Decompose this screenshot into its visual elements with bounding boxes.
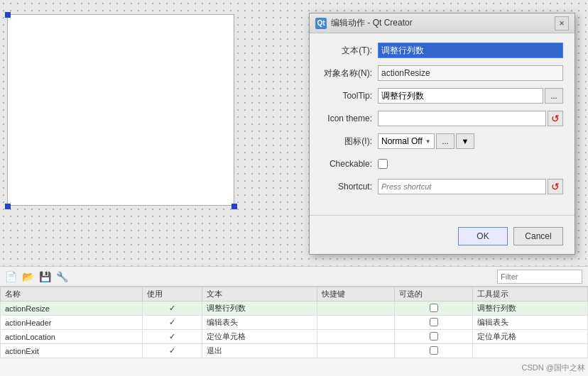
table-cell: ✓ <box>143 302 202 316</box>
checkable-label: Checkable: <box>321 159 378 169</box>
watermark: CSDN @国中之林 <box>522 363 585 373</box>
icon-theme-reset-btn[interactable]: ↺ <box>548 111 563 126</box>
col-header-name: 名称 <box>1 287 143 302</box>
handle-top-left <box>5 12 11 18</box>
table-cell <box>317 302 395 316</box>
col-header-tooltip: 工具提示 <box>472 287 587 302</box>
handle-bottom-left <box>5 204 11 209</box>
toolbar-new-btn[interactable]: 📄 <box>3 269 18 284</box>
table-cell: actionLocation <box>1 330 143 344</box>
toolbar-open-btn[interactable]: 📂 <box>20 269 36 284</box>
table-cell: ✓ <box>143 344 202 358</box>
ok-button[interactable]: OK <box>458 227 508 245</box>
dialog-footer: OK Cancel <box>310 221 575 254</box>
table-cell <box>395 316 473 330</box>
icon-ellipsis-btn[interactable]: ... <box>436 133 454 149</box>
bottom-toolbar: 📄 📂 💾 🔧 <box>0 267 588 287</box>
text-label: 文本(T): <box>321 45 378 57</box>
handle-bottom-right <box>232 204 237 209</box>
row-checkable-checkbox[interactable] <box>430 332 438 341</box>
col-header-shortcut: 快捷键 <box>317 287 395 302</box>
row-checkable-checkbox[interactable] <box>430 318 438 326</box>
tooltip-label: ToolTip: <box>321 91 378 101</box>
object-name-value: actionResize <box>378 65 563 81</box>
table-cell <box>472 344 587 358</box>
table-cell: actionHeader <box>1 316 143 330</box>
row-checkable-checkbox[interactable] <box>430 304 438 312</box>
icon-dropdown-btn[interactable]: ▼ <box>456 133 474 149</box>
checkable-row: Checkable: <box>321 155 563 172</box>
table-cell: 定位单元格 <box>472 330 587 344</box>
shortcut-reset-btn[interactable]: ↺ <box>548 179 563 194</box>
icon-theme-row: Icon theme: ↺ <box>321 110 563 127</box>
shortcut-label: Shortcut: <box>321 182 378 192</box>
col-header-text: 文本 <box>202 287 317 302</box>
table-cell: actionExit <box>1 344 143 358</box>
table-cell <box>317 330 395 344</box>
table-cell <box>317 344 395 358</box>
dialog-separator <box>310 215 575 216</box>
table-cell: 退出 <box>202 344 317 358</box>
icon-label: 图标(I): <box>321 136 378 148</box>
table-cell <box>395 302 473 316</box>
toolbar-save-btn[interactable]: 💾 <box>37 269 53 284</box>
table-row[interactable]: actionHeader✓编辑表头编辑表头 <box>1 316 588 330</box>
checkable-checkbox[interactable] <box>378 159 388 169</box>
tooltip-ellipsis-btn[interactable]: ... <box>545 88 563 104</box>
col-header-used: 使用 <box>143 287 202 302</box>
tooltip-input[interactable] <box>378 88 543 104</box>
col-header-checkable: 可选的 <box>395 287 473 302</box>
action-table: 名称 使用 文本 快捷键 可选的 工具提示 actionResize✓调整行列数… <box>0 287 588 358</box>
toolbar-settings-btn[interactable]: 🔧 <box>54 269 70 284</box>
dialog-title-icon: Qt <box>315 18 327 29</box>
table-row[interactable]: actionExit✓退出 <box>1 344 588 358</box>
table-cell: 定位单元格 <box>202 330 317 344</box>
dialog-titlebar: Qt 编辑动作 - Qt Creator × <box>310 13 575 33</box>
object-name-row: 对象名称(N): actionResize <box>321 65 563 82</box>
edit-action-dialog: Qt 编辑动作 - Qt Creator × 文本(T): 对象名称(N): a… <box>309 13 575 255</box>
table-cell <box>395 344 473 358</box>
table-cell: 编辑表头 <box>472 316 587 330</box>
filter-box <box>497 270 582 284</box>
table-cell <box>317 316 395 330</box>
icon-theme-label: Icon theme: <box>321 114 378 123</box>
tooltip-row: ToolTip: ... <box>321 87 563 104</box>
shortcut-row: Shortcut: ↺ <box>321 178 563 195</box>
icon-combo[interactable]: Normal Off <box>378 133 435 149</box>
table-cell: actionResize <box>1 302 143 316</box>
table-cell: 编辑表头 <box>202 316 317 330</box>
table-cell: 调整行列数 <box>472 302 587 316</box>
shortcut-input[interactable] <box>378 179 546 194</box>
filter-input[interactable] <box>497 270 582 284</box>
text-input[interactable] <box>378 43 563 58</box>
dialog-body: 文本(T): 对象名称(N): actionResize ToolTip: ..… <box>310 33 575 209</box>
text-row: 文本(T): <box>321 42 563 59</box>
table-cell <box>395 330 473 344</box>
cancel-button[interactable]: Cancel <box>513 227 563 245</box>
bottom-panel: 📄 📂 💾 🔧 名称 使用 文本 快捷键 可选的 工具提示 actionResi… <box>0 266 588 376</box>
table-cell: 调整行列数 <box>202 302 317 316</box>
dialog-title-text: 编辑动作 - Qt Creator <box>331 17 550 29</box>
table-cell: ✓ <box>143 316 202 330</box>
canvas-rect <box>7 14 234 206</box>
table-row[interactable]: actionResize✓调整行列数调整行列数 <box>1 302 588 316</box>
icon-theme-input[interactable] <box>378 111 546 126</box>
icon-row: 图标(I): Normal Off ... ▼ <box>321 133 563 150</box>
dialog-close-button[interactable]: × <box>555 16 569 31</box>
row-checkable-checkbox[interactable] <box>430 346 438 355</box>
table-row[interactable]: actionLocation✓定位单元格定位单元格 <box>1 330 588 344</box>
table-cell: ✓ <box>143 330 202 344</box>
object-name-label: 对象名称(N): <box>321 67 378 79</box>
